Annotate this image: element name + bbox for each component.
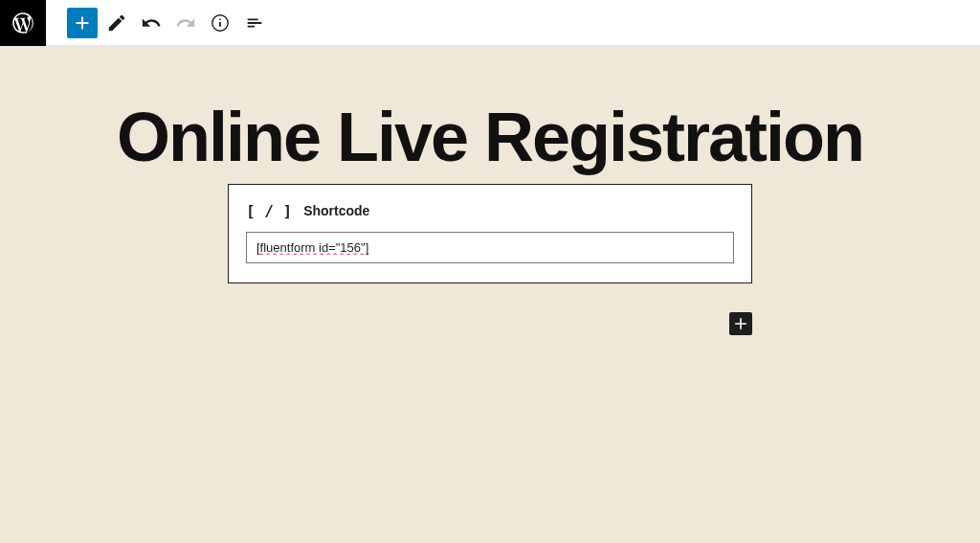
shortcode-icon: [ / ] (246, 202, 292, 220)
list-icon (244, 12, 265, 34)
pencil-icon (106, 12, 127, 34)
editor-toolbar (0, 0, 980, 46)
plus-icon (72, 12, 93, 34)
block-type-label: Shortcode (303, 203, 369, 218)
svg-point-2 (219, 18, 221, 20)
block-appender-row (228, 312, 752, 335)
wordpress-icon (11, 11, 35, 35)
info-icon (210, 12, 231, 34)
wordpress-logo-button[interactable] (0, 0, 46, 46)
redo-button[interactable] (170, 8, 201, 38)
shortcode-input[interactable] (246, 232, 734, 263)
page-title[interactable]: Online Live Registration (117, 102, 863, 174)
add-block-button[interactable] (67, 8, 98, 38)
edit-mode-button[interactable] (101, 8, 132, 38)
plus-icon (731, 314, 750, 333)
redo-icon (175, 12, 196, 34)
info-button[interactable] (205, 8, 235, 38)
shortcode-block[interactable]: [ / ] Shortcode (228, 184, 752, 283)
undo-icon (141, 12, 162, 34)
editor-canvas[interactable]: Online Live Registration [ / ] Shortcode (0, 46, 980, 543)
block-appender-button[interactable] (729, 312, 752, 335)
undo-button[interactable] (136, 8, 167, 38)
block-header: [ / ] Shortcode (246, 202, 734, 220)
outline-button[interactable] (239, 8, 270, 38)
